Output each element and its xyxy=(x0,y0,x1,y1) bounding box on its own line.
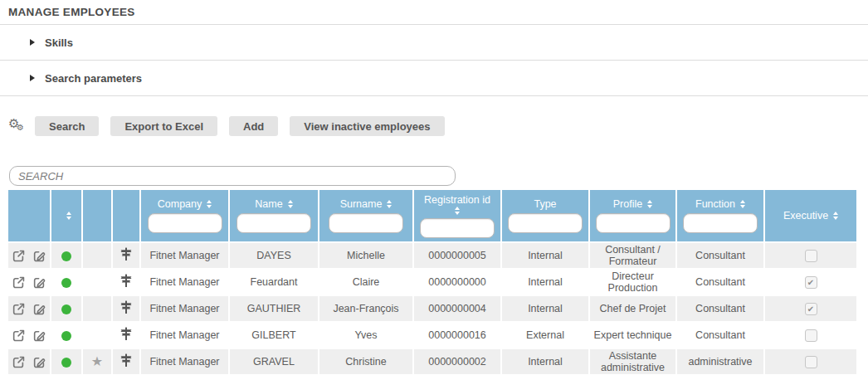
cell-status xyxy=(51,295,82,322)
cell-status xyxy=(51,242,82,269)
column-label-profile[interactable]: Profile xyxy=(613,198,652,210)
cell-actions xyxy=(8,269,51,295)
employee-row: Fitnet ManagerGILBERTYves0000000016Exter… xyxy=(8,322,857,348)
sort-up-down-icon[interactable] xyxy=(207,200,212,208)
edit-pencil-icon[interactable] xyxy=(32,355,46,369)
cell-executive: ✔ xyxy=(764,295,857,322)
add-button[interactable]: Add xyxy=(229,116,278,136)
cell-function: Consultant xyxy=(676,269,764,295)
cell-type: Internal xyxy=(501,295,589,322)
edit-pencil-icon[interactable] xyxy=(32,275,46,290)
accordion-skills[interactable]: Skills xyxy=(0,25,868,61)
cell-function: Consultant xyxy=(676,322,764,348)
cell-executive: ✔ xyxy=(764,269,857,295)
column-header-skills xyxy=(112,190,140,242)
external-link-icon[interactable] xyxy=(12,275,26,290)
profile-filter-input[interactable] xyxy=(596,213,671,233)
quick-search-input[interactable] xyxy=(9,166,456,186)
employees-table: CompanyNameSurnameRegistration idTypePro… xyxy=(8,190,858,375)
cell-profile: Assistante administrative xyxy=(589,348,676,375)
cell-company: Fitnet Manager xyxy=(140,348,229,375)
star-icon[interactable]: ★ xyxy=(91,354,103,368)
cell-surname: Claire xyxy=(319,269,413,295)
caret-right-icon xyxy=(30,75,35,81)
edit-pencil-icon[interactable] xyxy=(32,302,46,316)
executive-checkbox[interactable] xyxy=(805,250,817,262)
cell-favorite xyxy=(82,322,112,348)
signpost-icon[interactable] xyxy=(119,247,133,261)
search-button[interactable]: Search xyxy=(35,116,99,136)
signpost-icon[interactable] xyxy=(119,274,133,288)
executive-checkbox[interactable] xyxy=(805,356,817,368)
cell-company: Fitnet Manager xyxy=(140,295,229,322)
employee-row: Fitnet ManagerFeuardantClaire0000000000I… xyxy=(8,269,857,295)
sort-up-down-icon[interactable] xyxy=(387,200,392,208)
cell-favorite xyxy=(82,295,112,322)
edit-pencil-icon[interactable] xyxy=(32,249,46,263)
column-label-text: Function xyxy=(695,198,735,210)
cell-skills xyxy=(112,242,140,269)
column-header-actions xyxy=(8,190,51,242)
column-label-company[interactable]: Company xyxy=(158,198,212,210)
executive-checkbox[interactable]: ✔ xyxy=(805,276,817,289)
cell-actions xyxy=(8,242,51,269)
column-label-surname[interactable]: Surname xyxy=(340,198,393,210)
export-to-excel-button[interactable]: Export to Excel xyxy=(110,116,217,136)
cell-registration_id: 0000000004 xyxy=(413,295,501,322)
sort-up-down-icon[interactable] xyxy=(740,200,745,208)
executive-checkbox[interactable]: ✔ xyxy=(805,303,817,315)
cell-company: Fitnet Manager xyxy=(140,269,229,295)
column-header-company: Company xyxy=(140,190,229,242)
external-link-icon[interactable] xyxy=(12,355,26,369)
cell-executive xyxy=(764,348,857,375)
name-filter-input[interactable] xyxy=(237,213,311,233)
toolbar: ⚙ ⚙ Search Export to Excel Add View inac… xyxy=(8,116,868,136)
cell-favorite xyxy=(82,242,112,269)
column-label-function[interactable]: Function xyxy=(695,198,745,210)
caret-right-icon xyxy=(30,39,35,46)
signpost-icon[interactable] xyxy=(119,353,133,368)
sort-up-down-icon[interactable] xyxy=(647,200,652,208)
green-dot-icon xyxy=(61,358,71,368)
external-link-icon[interactable] xyxy=(12,249,26,263)
executive-checkbox[interactable] xyxy=(805,329,817,342)
sort-up-down-icon[interactable] xyxy=(833,212,838,220)
external-link-icon[interactable] xyxy=(12,302,26,316)
surname-filter-input[interactable] xyxy=(329,213,403,233)
signpost-icon[interactable] xyxy=(119,300,133,314)
cell-profile: Chef de Projet xyxy=(589,295,676,322)
table-header-row: CompanyNameSurnameRegistration idTypePro… xyxy=(8,190,857,242)
column-label-status[interactable] xyxy=(61,212,71,220)
accordion-skills-label: Skills xyxy=(45,37,73,49)
type-filter-input[interactable] xyxy=(508,213,583,233)
edit-pencil-icon[interactable] xyxy=(32,329,46,343)
cell-surname: Jean-François xyxy=(319,295,413,322)
cell-skills xyxy=(112,348,140,375)
sort-up-down-icon[interactable] xyxy=(66,212,71,220)
cell-profile: Consultant / Formateur xyxy=(589,242,676,269)
column-label-name[interactable]: Name xyxy=(255,198,292,210)
sort-up-down-icon[interactable] xyxy=(455,207,460,215)
external-link-icon[interactable] xyxy=(12,329,26,343)
company-filter-input[interactable] xyxy=(148,213,222,233)
column-label-registration_id[interactable]: Registration id xyxy=(424,194,490,215)
cell-actions xyxy=(8,295,51,322)
cell-status xyxy=(51,269,82,295)
cell-surname: Michelle xyxy=(319,242,413,269)
cell-type: Internal xyxy=(501,269,589,295)
column-label-text: Surname xyxy=(340,198,383,210)
table-body: Fitnet ManagerDAYESMichelle0000000005Int… xyxy=(8,242,857,375)
column-header-star xyxy=(82,190,112,242)
function-filter-input[interactable] xyxy=(683,213,758,233)
cell-name: DAYES xyxy=(229,242,319,269)
view-inactive-employees-button[interactable]: View inactive employees xyxy=(290,116,444,136)
column-label-executive[interactable]: Executive xyxy=(783,210,838,222)
accordion-search-parameters[interactable]: Search parameters xyxy=(0,61,868,96)
cogs-icon[interactable]: ⚙ ⚙ xyxy=(8,118,28,134)
cell-profile: Expert technique xyxy=(589,322,676,348)
signpost-icon[interactable] xyxy=(119,327,133,341)
registration_id-filter-input[interactable] xyxy=(420,218,495,238)
gear-small-icon: ⚙ xyxy=(17,124,24,132)
sort-up-down-icon[interactable] xyxy=(288,200,293,208)
employee-row: Fitnet ManagerGAUTHIERJean-François00000… xyxy=(8,295,857,322)
